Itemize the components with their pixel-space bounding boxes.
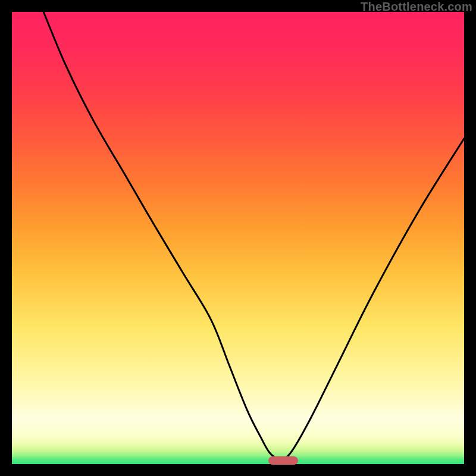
bottleneck-curve [12,12,464,464]
curve-path [43,12,464,461]
minimum-marker [268,456,298,465]
chart-stage: TheBottleneck.com [0,0,476,476]
plot-area [12,12,464,464]
